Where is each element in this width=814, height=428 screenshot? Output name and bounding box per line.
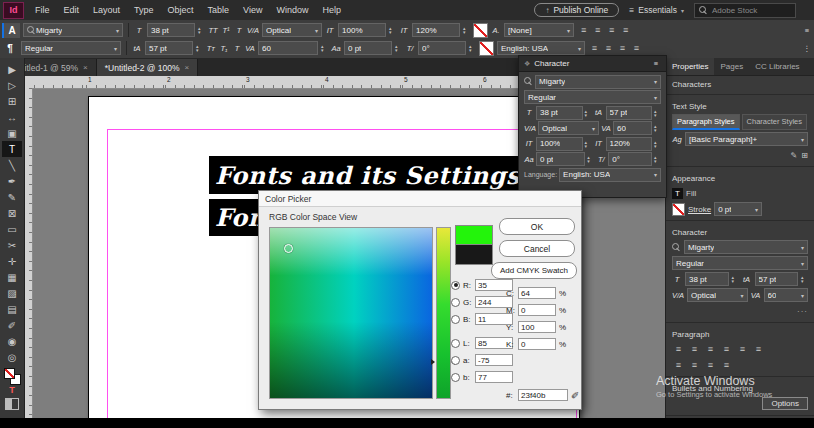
horizontal-scale-stepper[interactable] (585, 138, 592, 150)
justify-left-icon[interactable]: ≡ (588, 42, 601, 55)
tracking-select[interactable]: 60 (764, 288, 808, 302)
radio-icon[interactable] (451, 356, 460, 365)
color-theme-tool-icon[interactable]: ◉ (2, 333, 22, 349)
stroke-link[interactable]: Stroke (688, 205, 711, 214)
leading-stepper[interactable] (801, 273, 808, 285)
menu-item[interactable]: Help (315, 5, 348, 15)
strikethrough-icon[interactable]: T (232, 44, 242, 53)
tracking-input[interactable]: 60 (613, 121, 652, 135)
menu-item[interactable]: Layout (86, 5, 127, 15)
align-center-icon[interactable]: ≡ (688, 343, 701, 356)
baseline-shift-stepper[interactable] (587, 153, 594, 165)
gap-tool-icon[interactable]: ↔ (2, 109, 22, 125)
horizontal-scale-input[interactable]: 100% (338, 23, 386, 37)
font-size-input[interactable]: 38 pt (147, 23, 195, 37)
tracking-stepper[interactable] (321, 42, 328, 54)
new-style-icon[interactable]: ⊞ (801, 151, 808, 160)
stroke-swatch[interactable] (672, 203, 685, 216)
component-input[interactable]: 0 (518, 338, 556, 350)
font-family-select[interactable]: Migarty (23, 23, 123, 37)
font-size-input[interactable]: 38 pt (536, 106, 583, 120)
menu-item[interactable]: Table (201, 5, 237, 15)
menu-item[interactable]: File (28, 5, 57, 15)
tab-paragraph-styles[interactable]: Paragraph Styles (672, 114, 740, 130)
font-style-select[interactable]: Regular (524, 90, 661, 104)
menu-item[interactable]: Edit (57, 5, 87, 15)
radio-icon[interactable] (451, 298, 460, 307)
font-style-select[interactable]: Regular (21, 41, 121, 55)
indent-first-line-icon[interactable]: ≡ (704, 359, 717, 372)
radio-icon[interactable] (451, 339, 460, 348)
vertical-scale-input[interactable]: 120% (606, 137, 653, 151)
component-input[interactable]: 100 (518, 321, 556, 333)
leading-input[interactable]: 57 pt (755, 272, 799, 286)
component-input[interactable]: -75 (475, 354, 513, 366)
baseline-shift-input[interactable]: 0 pt (344, 41, 392, 55)
language-select[interactable]: English: USA (497, 41, 585, 55)
align-left-icon[interactable]: ≡ (577, 24, 590, 37)
baseline-shift-stepper[interactable] (395, 42, 402, 54)
font-style-select[interactable]: Regular (672, 256, 808, 270)
baseline-shift-input[interactable]: 0 pt (536, 152, 585, 166)
pen-tool-icon[interactable]: ✒ (2, 173, 22, 189)
superscript-icon[interactable]: T¹ (221, 26, 231, 35)
horizontal-scale-input[interactable]: 100% (536, 137, 583, 151)
kerning-select[interactable]: Optical (538, 121, 599, 135)
radio-icon[interactable] (451, 281, 460, 290)
font-family-select[interactable]: Migarty (684, 240, 808, 254)
line-tool-icon[interactable]: ╲ (2, 157, 22, 173)
tab-character-styles[interactable]: Character Styles (742, 114, 807, 130)
stroke-color-swatch[interactable] (479, 41, 494, 56)
smallcaps-icon[interactable]: Tᴛ (206, 44, 216, 53)
gradient-tool-icon[interactable]: ▦ (2, 269, 22, 285)
justify-left-icon[interactable]: ≡ (720, 343, 733, 356)
indent-right-icon[interactable]: ≡ (688, 359, 701, 372)
horizontal-scale-stepper[interactable] (389, 24, 396, 36)
hex-input[interactable]: 23f40b (518, 389, 568, 401)
font-size-stepper[interactable] (585, 107, 592, 119)
edit-style-icon[interactable]: ✎ (791, 151, 799, 160)
menu-item[interactable]: Type (127, 5, 161, 15)
color-slider[interactable] (436, 227, 451, 399)
menu-item[interactable]: Window (269, 5, 315, 15)
font-size-stepper[interactable] (198, 24, 205, 36)
font-size-input[interactable]: 38 pt (685, 272, 729, 286)
text-color-swatch[interactable] (473, 23, 488, 38)
dialog-title-bar[interactable]: Color Picker (259, 191, 581, 207)
fill-swatch[interactable] (4, 368, 15, 379)
tracking-stepper[interactable] (654, 122, 661, 134)
align-center-icon[interactable]: ≡ (591, 24, 604, 37)
ok-button[interactable]: OK (499, 218, 575, 235)
justify-center-icon[interactable]: ≡ (602, 42, 615, 55)
tab-untitled-2[interactable]: *Untitled-2 @ 100% × (97, 59, 198, 76)
radio-icon[interactable] (451, 373, 460, 382)
component-input[interactable]: 77 (475, 371, 513, 383)
kerning-select[interactable]: Optical (262, 23, 322, 37)
close-icon[interactable]: × (185, 63, 190, 72)
justify-center-icon[interactable]: ≡ (736, 343, 749, 356)
workspace-switcher[interactable]: ≡ Essentials (629, 5, 684, 15)
indent-last-line-icon[interactable]: ≡ (720, 359, 733, 372)
text-frame-1[interactable]: Fonts and its Settings (209, 156, 518, 194)
subscript-icon[interactable]: T₁ (219, 44, 229, 53)
character-formatting-icon[interactable]: A (2, 23, 20, 38)
skew-input[interactable]: 0° (418, 41, 466, 55)
leading-input[interactable]: 57 pt (606, 106, 653, 120)
panel-menu-icon[interactable]: ≡ (802, 26, 812, 35)
formatting-affects-text-icon[interactable]: T (9, 385, 15, 395)
cancel-button[interactable]: Cancel (499, 240, 575, 257)
color-field-marker[interactable] (284, 244, 293, 253)
rectangle-frame-tool-icon[interactable]: ⊠ (2, 205, 22, 221)
justify-icon[interactable]: ≡ (619, 24, 632, 37)
options-button[interactable]: Options (762, 397, 808, 410)
justify-all-icon[interactable]: ≡ (752, 343, 765, 356)
panel-menu-icon[interactable]: ≡ (651, 59, 661, 68)
adobe-stock-search-input[interactable]: Adobe Stock (694, 3, 796, 18)
indent-left-icon[interactable]: ≡ (672, 359, 685, 372)
tab-pages[interactable]: Pages (714, 58, 749, 75)
component-input[interactable]: 64 (518, 287, 556, 299)
type-tool-icon[interactable]: T (2, 141, 22, 157)
screen-mode-icon[interactable] (5, 398, 19, 410)
publish-online-button[interactable]: ↑ Publish Online (534, 3, 619, 17)
rectangle-tool-icon[interactable]: ▭ (2, 221, 22, 237)
